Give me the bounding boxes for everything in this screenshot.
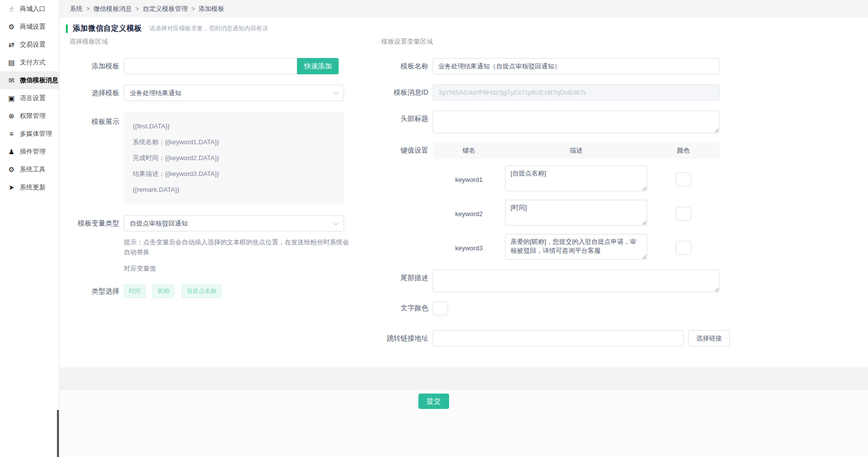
kv-table: 键名 描述 颜色 keyword1 [自提点名称] <box>433 142 719 262</box>
add-template-row: 添加模板 快速添加 <box>69 58 366 74</box>
footer-bar: 提交 <box>59 389 868 457</box>
template-name-label: 模板名称 <box>381 62 428 71</box>
sidebar-item-system-tools[interactable]: ⚙ 系统工具 <box>0 161 59 178</box>
jump-link-label: 跳转链接地址 <box>381 334 428 343</box>
kv-key-name: keyword1 <box>433 176 505 183</box>
sidebar-item-permission-management[interactable]: ⊛ 权限管理 <box>0 107 59 125</box>
select-template-label: 选择模板 <box>69 89 119 98</box>
chevron-down-icon <box>681 245 685 249</box>
sidebar-item-system-update[interactable]: ➤ 系统更新 <box>0 178 59 196</box>
submit-button[interactable]: 提交 <box>418 394 449 409</box>
main-area: 系统 > 微信模板消息 > 自定义模板管理 > 添加模板 添加微信自定义模板 请… <box>59 0 868 457</box>
tag-nickname[interactable]: 昵称 <box>153 285 174 298</box>
chevron-down-icon <box>334 90 339 95</box>
template-preview-box: {{first.DATA}} 系统名称：{{keyword1.DATA}} 完成… <box>124 112 344 205</box>
select-template-value: 业务处理结果通知 <box>130 89 181 98</box>
kv-settings-row: 键值设置 键名 描述 颜色 keyword1 [自提点名称] <box>381 142 738 262</box>
sidebar-item-label: 语言设置 <box>20 94 46 103</box>
sidebar-item-label: 支付方式 <box>20 58 46 67</box>
choose-link-button[interactable]: 选择链接 <box>688 330 730 346</box>
template-name-input[interactable] <box>433 58 719 74</box>
preview-line: {{first.DATA}} <box>133 118 335 134</box>
sidebar-item-mall-entry[interactable]: ☝ 商城入口 <box>0 0 59 18</box>
variable-hint-line1: 提示：点击变量后会自动插入选择的文本框的焦点位置，在发送给粉丝时系统会自动替换 <box>124 237 352 257</box>
kv-column-key: 键名 <box>433 146 505 155</box>
kv-column-desc: 描述 <box>505 146 647 155</box>
template-id-input <box>433 84 719 101</box>
preview-line: 完成时间：{{keyword2.DATA}} <box>133 150 335 166</box>
media-list-icon: ≡ <box>7 130 15 138</box>
footer-desc-row: 尾部描述 <box>381 270 738 292</box>
footer-desc-label: 尾部描述 <box>381 270 428 283</box>
variable-type-dropdown[interactable]: 自提点审核驳回通知 <box>124 215 344 231</box>
jump-link-input[interactable] <box>433 330 684 346</box>
sidebar-item-wechat-template-messages[interactable]: ✉ 微信模板消息 <box>0 71 59 89</box>
template-preview-row: 模板展示 {{first.DATA}} 系统名称：{{keyword1.DATA… <box>69 112 366 205</box>
sidebar-item-label: 商城设置 <box>20 22 46 31</box>
sidebar-item-plugin-management[interactable]: ♟ 插件管理 <box>0 143 59 161</box>
keyword3-desc-textarea[interactable]: 亲爱的[昵称]，您提交的入驻自提点申请，审核被驳回，详情可咨询平台客服 <box>505 234 647 260</box>
tag-pickup-point-name[interactable]: 自提点名称 <box>182 285 221 298</box>
keyword2-color-picker[interactable] <box>676 207 691 221</box>
select-template-dropdown[interactable]: 业务处理结果通知 <box>124 85 344 101</box>
chevron-down-icon <box>681 177 685 181</box>
breadcrumb-item-system[interactable]: 系统 <box>70 4 83 13</box>
breadcrumb-item-wechat-template[interactable]: 微信模板消息 <box>94 4 132 13</box>
kv-settings-label: 键值设置 <box>381 142 428 155</box>
select-template-row: 选择模板 业务处理结果通知 <box>69 85 366 101</box>
sidebar-item-label: 插件管理 <box>20 147 46 156</box>
bank-card-icon: ▤ <box>7 58 15 66</box>
chat-bubbles-icon: ✉ <box>7 76 15 84</box>
kv-row-keyword2: keyword2 [时间] <box>433 200 719 228</box>
header-title-textarea[interactable] <box>433 111 719 133</box>
sidebar-scrollbar-thumb[interactable] <box>57 410 59 457</box>
header-title-label: 头部标题 <box>381 111 428 123</box>
keyword2-desc-textarea[interactable]: [时间] <box>505 200 647 226</box>
permission-icon: ⊛ <box>7 112 15 120</box>
sidebar-item-label: 交易设置 <box>20 40 46 49</box>
sidebar-item-label: 商城入口 <box>20 4 46 13</box>
sidebar-item-media-management[interactable]: ≡ 多媒体管理 <box>0 125 59 143</box>
quick-add-button[interactable]: 快速添加 <box>297 58 339 74</box>
sidebar-item-label: 多媒体管理 <box>20 129 52 138</box>
add-template-input[interactable] <box>124 58 297 74</box>
update-plane-icon: ➤ <box>7 183 15 191</box>
keyword1-color-picker[interactable] <box>676 172 691 186</box>
add-template-label: 添加模板 <box>69 62 119 71</box>
breadcrumb-item-custom-template-management[interactable]: 自定义模板管理 <box>143 4 188 13</box>
text-color-row: 文字颜色 <box>381 301 738 315</box>
sidebar-item-language-settings[interactable]: ▣ 语言设置 <box>0 89 59 107</box>
variable-type-row: 模板变量类型 自提点审核驳回通知 <box>69 215 366 231</box>
chevron-down-icon <box>438 306 442 310</box>
sidebar-item-trade-settings[interactable]: ⇄ 交易设置 <box>0 36 59 54</box>
title-accent-bar <box>66 24 68 33</box>
template-name-row: 模板名称 <box>381 58 738 74</box>
keyword3-color-picker[interactable] <box>676 241 691 255</box>
template-id-row: 模板消息ID <box>381 84 738 101</box>
kv-key-name: keyword2 <box>433 210 505 218</box>
tools-gear-icon: ⚙ <box>7 166 15 173</box>
breadcrumb-separator: > <box>136 5 140 12</box>
gear-icon: ⚙ <box>7 23 15 31</box>
text-color-picker[interactable] <box>433 301 448 315</box>
app-window: ☝ 商城入口 ⚙ 商城设置 ⇄ 交易设置 ▤ 支付方式 ✉ 微信模板消息 ▣ 语… <box>0 0 868 457</box>
template-variable-panel: 模板设置变量区域 模板名称 模板消息ID 头部标题 键值设置 <box>381 37 738 357</box>
keyword1-desc-textarea[interactable]: [自提点名称] <box>505 166 647 191</box>
kv-row-keyword3: keyword3 亲爱的[昵称]，您提交的入驻自提点申请，审核被驳回，详情可咨询… <box>433 234 719 262</box>
tag-time[interactable]: 时间 <box>124 285 146 298</box>
preview-line: 结果描述：{{keyword3.DATA}} <box>133 166 335 182</box>
type-select-label: 类型选择 <box>69 287 119 296</box>
right-section-title: 模板设置变量区域 <box>381 37 738 46</box>
page-subtitle: 请选择对应模板变量，否则消息通知内容有误 <box>150 24 268 33</box>
preview-line: {{remark.DATA}} <box>133 182 335 198</box>
sidebar-item-payment-methods[interactable]: ▤ 支付方式 <box>0 54 59 71</box>
variable-type-value: 自提点审核驳回通知 <box>130 219 188 228</box>
language-icon: ▣ <box>7 94 15 102</box>
text-color-label: 文字颜色 <box>381 304 428 313</box>
jump-link-row: 跳转链接地址 选择链接 <box>381 330 738 346</box>
footer-desc-textarea[interactable] <box>433 270 719 292</box>
kv-table-header: 键名 描述 颜色 <box>433 142 719 159</box>
preview-line: 系统名称：{{keyword1.DATA}} <box>133 134 335 150</box>
kv-key-name: keyword3 <box>433 244 505 252</box>
sidebar-item-mall-settings[interactable]: ⚙ 商城设置 <box>0 18 59 36</box>
